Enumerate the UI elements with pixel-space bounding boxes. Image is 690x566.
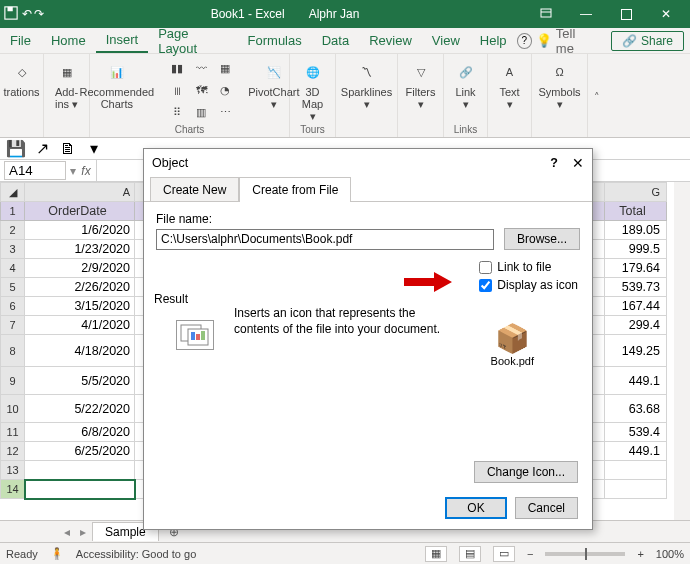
view-pagebreak-icon[interactable]: ▭	[493, 546, 515, 562]
select-all[interactable]: ◢	[1, 183, 25, 202]
cell[interactable]: 449.1	[605, 442, 667, 461]
cell[interactable]: 2/9/2020	[25, 259, 135, 278]
cell[interactable]: 1/6/2020	[25, 221, 135, 240]
chart-bar-icon[interactable]: ▮▮	[166, 58, 188, 78]
filters-button[interactable]: ▽ Filters ▾	[402, 58, 440, 112]
tab-create-from-file[interactable]: Create from File	[239, 177, 351, 202]
cell[interactable]: 6/25/2020	[25, 442, 135, 461]
illustrations-button[interactable]: ◇ trations	[0, 58, 44, 100]
undo-icon[interactable]: ↶	[22, 7, 32, 21]
cell[interactable]: 189.05	[605, 221, 667, 240]
chart-map-icon[interactable]: 🗺	[190, 80, 212, 100]
zoom-out-icon[interactable]: −	[527, 548, 533, 560]
group-links: Links	[444, 124, 487, 135]
recommended-charts-button[interactable]: 📊 Recommended Charts	[76, 58, 159, 112]
tabnav-prev-icon[interactable]: ◂	[60, 525, 74, 539]
text-button[interactable]: A Text ▾	[494, 58, 526, 112]
cell[interactable]: 63.68	[605, 395, 667, 423]
save-icon[interactable]: 💾	[6, 140, 26, 158]
name-box[interactable]	[4, 161, 66, 180]
active-cell[interactable]	[25, 480, 135, 499]
maximize-icon[interactable]	[606, 0, 646, 28]
dialog-close-icon[interactable]: ✕	[572, 155, 584, 171]
chart-scatter-icon[interactable]: ⠿	[166, 102, 188, 122]
cell[interactable]: 167.44	[605, 297, 667, 316]
fx-icon[interactable]: fx	[76, 164, 96, 178]
col-header-A[interactable]: A	[25, 183, 135, 202]
cell[interactable]: 299.4	[605, 316, 667, 335]
cell[interactable]: OrderDate	[25, 202, 135, 221]
collapse-ribbon-icon[interactable]: ˄	[594, 91, 600, 104]
cell[interactable]: 1/23/2020	[25, 240, 135, 259]
cell[interactable]: 3/15/2020	[25, 297, 135, 316]
display-as-icon-checkbox[interactable]: Display as icon	[479, 278, 578, 292]
chart-pie-icon[interactable]: ◔	[214, 80, 236, 100]
tab-home[interactable]: Home	[41, 29, 96, 52]
chart-hist-icon[interactable]: ⫼	[166, 80, 188, 100]
tab-formulas[interactable]: Formulas	[238, 29, 312, 52]
symbols-button[interactable]: Ω Symbols ▾	[534, 58, 584, 112]
row-header[interactable]: 1	[1, 202, 25, 221]
3dmap-button[interactable]: 🌐 3D Map ▾	[296, 58, 329, 124]
link-button[interactable]: 🔗 Link ▾	[450, 58, 482, 112]
change-icon-button[interactable]: Change Icon...	[474, 461, 578, 483]
dialog-help-icon[interactable]: ?	[550, 156, 558, 170]
cell[interactable]	[605, 461, 667, 480]
link-to-file-checkbox[interactable]: Link to file	[479, 260, 578, 274]
cell[interactable]: 5/22/2020	[25, 395, 135, 423]
cell[interactable]: 4/1/2020	[25, 316, 135, 335]
zoom-slider[interactable]	[545, 552, 625, 556]
cell[interactable]: 4/18/2020	[25, 335, 135, 367]
col-header-G[interactable]: G	[605, 183, 667, 202]
tab-review[interactable]: Review	[359, 29, 422, 52]
autosave-icon[interactable]	[4, 6, 18, 23]
cell[interactable]: 539.73	[605, 278, 667, 297]
tab-create-new[interactable]: Create New	[150, 177, 239, 202]
vertical-scrollbar[interactable]	[674, 182, 690, 520]
share-button[interactable]: 🔗Share	[611, 31, 684, 51]
cell[interactable]: 539.4	[605, 423, 667, 442]
tabnav-next-icon[interactable]: ▸	[76, 525, 90, 539]
ok-button[interactable]: OK	[445, 497, 506, 519]
svg-rect-8	[196, 334, 200, 340]
tab-insert[interactable]: Insert	[96, 28, 149, 53]
cell[interactable]: 6/8/2020	[25, 423, 135, 442]
cell[interactable]: 2/26/2020	[25, 278, 135, 297]
cell[interactable]: 179.64	[605, 259, 667, 278]
user-name: Alphr Jan	[309, 7, 360, 21]
cell[interactable]	[605, 480, 667, 499]
chevron-down-icon[interactable]: ▾	[84, 140, 104, 158]
close-icon[interactable]: ✕	[646, 0, 686, 28]
sparklines-button[interactable]: 〽 Sparklines ▾	[337, 58, 396, 112]
link-checkbox-input[interactable]	[479, 261, 492, 274]
browse-button[interactable]: Browse...	[504, 228, 580, 250]
tab-help[interactable]: Help	[470, 29, 517, 52]
file-name-input[interactable]	[156, 229, 494, 250]
tab-file[interactable]: File	[0, 29, 41, 52]
cell[interactable]: 999.5	[605, 240, 667, 259]
chart-line-icon[interactable]: 〰	[190, 58, 212, 78]
tab-data[interactable]: Data	[312, 29, 359, 52]
dialog-title: Object	[152, 156, 188, 170]
zoom-level[interactable]: 100%	[656, 548, 684, 560]
view-normal-icon[interactable]: ▦	[425, 546, 447, 562]
arrow-icon[interactable]: ↗	[32, 140, 52, 158]
cell[interactable]: 149.25	[605, 335, 667, 367]
globe-icon: 🌐	[301, 60, 325, 84]
chart-more-icon[interactable]: ⋯	[214, 102, 236, 122]
cell[interactable]: 449.1	[605, 367, 667, 395]
cell[interactable]: Total	[605, 202, 667, 221]
chart-treemap-icon[interactable]: ▦	[214, 58, 236, 78]
cancel-button[interactable]: Cancel	[515, 497, 578, 519]
chart-combo-icon[interactable]: ▥	[190, 102, 212, 122]
doc-icon[interactable]: 🗎	[58, 140, 78, 158]
bulb-icon: 💡	[536, 33, 552, 48]
redo-icon[interactable]: ↷	[34, 7, 44, 21]
display-icon-checkbox-input[interactable]	[479, 279, 492, 292]
cell[interactable]	[25, 461, 135, 480]
tab-view[interactable]: View	[422, 29, 470, 52]
help-icon[interactable]: ?	[517, 33, 532, 49]
cell[interactable]: 5/5/2020	[25, 367, 135, 395]
zoom-in-icon[interactable]: +	[637, 548, 643, 560]
view-pagelayout-icon[interactable]: ▤	[459, 546, 481, 562]
